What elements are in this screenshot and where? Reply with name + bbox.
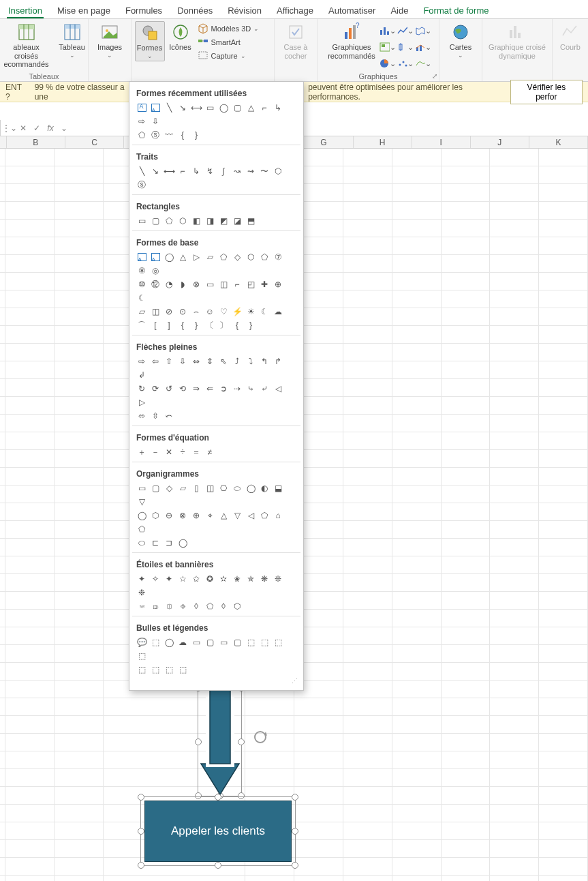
icons-button[interactable]: Icônes (166, 21, 195, 53)
shapes-button[interactable]: Formes ⌄ (135, 21, 165, 61)
pivot-recommended-button[interactable]: ableaux croisés ecommandés (0, 21, 54, 70)
resize-handle[interactable]: ⋰ (135, 676, 298, 685)
brace-l-shape[interactable]: { (176, 128, 189, 142)
oval-shape[interactable]: ◯ (217, 101, 230, 115)
svg-rect-23 (387, 31, 389, 35)
textbox-shape[interactable]: A (135, 101, 149, 115)
table-label: Tableau (59, 43, 85, 52)
section-lines: Traits (135, 148, 298, 164)
smartart-button[interactable]: SmartArt (196, 36, 271, 48)
textbox[interactable]: A (135, 250, 149, 264)
tab-formulas[interactable]: Formules (124, 3, 164, 18)
elbow[interactable]: ⌐ (176, 164, 189, 178)
round2diag[interactable]: ◪ (230, 214, 244, 228)
snip1[interactable]: ⬠ (162, 214, 176, 228)
double-arrow-shape[interactable]: ⟷ (189, 101, 203, 115)
curve-conn[interactable]: ∫ (217, 164, 230, 178)
snipround[interactable]: ◧ (189, 214, 203, 228)
hierarchy-chart-button[interactable]: ⌄ (380, 40, 396, 54)
sniproundrect[interactable]: ⬒ (244, 214, 258, 228)
elbow-arrow[interactable]: ↳ (189, 164, 203, 178)
triangle-shape[interactable]: △ (244, 101, 258, 115)
vtextbox-shape[interactable]: A (149, 101, 162, 115)
col-header[interactable]: B (7, 136, 65, 148)
vtextbox[interactable]: A (149, 250, 162, 264)
tab-review[interactable]: Révision (226, 3, 263, 18)
surface-chart-button[interactable]: ⌄ (415, 57, 431, 70)
line-shape[interactable]: ╲ (162, 101, 176, 115)
tab-data[interactable]: Données (176, 3, 214, 18)
col-header[interactable]: H (354, 136, 412, 148)
down-arrow-shape[interactable]: ⇩ (149, 115, 162, 128)
tab-layout[interactable]: Mise en page (56, 3, 112, 18)
curve-shape[interactable]: 〰 (162, 128, 176, 142)
fx-dropdown[interactable]: ⌄ (58, 122, 70, 134)
recommended-charts-button[interactable]: ? Graphiques recommandés (325, 21, 378, 61)
check-performance-button[interactable]: Vérifier les perfor (510, 80, 583, 104)
scribble-shape[interactable]: ⓢ (149, 128, 162, 142)
round1[interactable]: ◨ (203, 214, 217, 228)
screenshot-button[interactable]: Capture ⌄ (196, 50, 271, 62)
pie-chart-button[interactable]: ⌄ (380, 57, 396, 70)
group-spark: Courb (553, 19, 588, 81)
round2same[interactable]: ◩ (217, 214, 230, 228)
maps-button[interactable]: Cartes ⌄ (444, 21, 478, 60)
fx-button[interactable]: fx (44, 122, 57, 134)
tab-view[interactable]: Affichage (275, 3, 315, 18)
capture-icon (198, 50, 208, 61)
line[interactable]: ╲ (135, 164, 149, 178)
svg-rect-17 (345, 32, 347, 39)
elbow-darrow[interactable]: ↯ (203, 164, 217, 178)
bar-chart-button[interactable]: ⌄ (380, 24, 396, 38)
tab-help[interactable]: Aide (389, 3, 409, 18)
line-darrow[interactable]: ⟷ (162, 164, 176, 178)
enter-button[interactable]: ✓ (31, 122, 43, 134)
line-chart-button[interactable]: ⌄ (397, 24, 414, 38)
roundrect-shape[interactable]: ▢ (230, 101, 244, 115)
scatter-chart-button[interactable]: ⌄ (397, 57, 414, 70)
col-header[interactable]: C (65, 136, 124, 148)
map-chart-button[interactable]: ⌄ (415, 24, 431, 38)
section-basic: Formes de base (135, 234, 298, 250)
tab-shape-format[interactable]: Format de forme (422, 3, 490, 18)
combo-chart-button[interactable]: ⌄ (415, 40, 431, 54)
chart-icon: ? (342, 23, 361, 42)
charts-launcher[interactable]: ⤢ (432, 72, 437, 80)
col-header[interactable]: J (471, 136, 529, 148)
3dmodels-button[interactable]: Modèles 3D ⌄ (196, 23, 271, 35)
tab-automate[interactable]: Automatiser (327, 3, 377, 18)
svg-rect-35 (510, 30, 512, 38)
table-icon (63, 23, 82, 42)
table-button[interactable]: Tableau ⌄ (55, 21, 89, 60)
curve-arrow[interactable]: ↝ (230, 164, 244, 178)
line-arrow[interactable]: ↘ (149, 164, 162, 178)
elbow-shape[interactable]: ⌐ (258, 101, 271, 115)
scribble[interactable]: ⓢ (135, 178, 149, 192)
svg-rect-14 (204, 40, 208, 42)
images-button[interactable]: Images ⌄ (93, 21, 127, 60)
snip2[interactable]: ⬡ (176, 214, 189, 228)
namebox-dropdown[interactable]: ⋮⌄ (3, 122, 16, 134)
svg-rect-15 (199, 52, 207, 59)
curve[interactable]: 〜 (258, 164, 271, 178)
arrow-line-shape[interactable]: ↘ (176, 101, 189, 115)
col-header[interactable]: I (412, 136, 471, 148)
section-rectangles: Rectangles (135, 198, 298, 214)
rect-shape[interactable]: ▭ (203, 101, 217, 115)
elbow-arrow-shape[interactable]: ↳ (271, 101, 285, 115)
pivot-icon (17, 23, 36, 42)
tab-insertion[interactable]: Insertion (7, 3, 44, 18)
cancel-button[interactable]: ✕ (17, 122, 29, 134)
picture-icon (100, 23, 119, 42)
col-header[interactable]: K (529, 136, 588, 148)
stat-chart-button[interactable]: ⌄ (397, 40, 414, 54)
freeform[interactable]: ⬡ (271, 164, 285, 178)
curve-darrow[interactable]: ⇝ (244, 164, 258, 178)
brace-r-shape[interactable]: } (189, 128, 203, 142)
block-arrow-shape[interactable]: ⇨ (135, 115, 149, 128)
rect[interactable]: ▭ (135, 214, 149, 228)
roundrect[interactable]: ▢ (149, 214, 162, 228)
group-tables: ableaux croisés ecommandés Tableau ⌄ Tab… (0, 19, 89, 81)
freeform-shape[interactable]: ⬠ (135, 128, 149, 142)
pivotchart-button: Graphique croisé dynamique (486, 21, 548, 61)
